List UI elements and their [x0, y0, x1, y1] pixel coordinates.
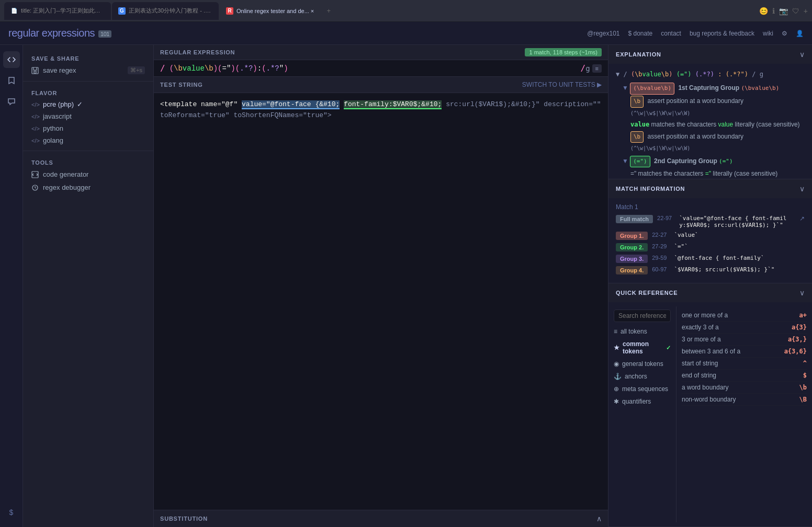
match-pos-g4: 60-97 [652, 266, 667, 272]
regex-token-dotstar2: .*? [266, 64, 279, 73]
regex-token-b1: \b [174, 64, 183, 73]
flavor-golang[interactable]: </> golang [23, 134, 153, 146]
substitution-bar: SUBSTITUTION ∧ [154, 510, 608, 527]
regex-delimiter-right: / [581, 63, 586, 73]
qr-token-6: \b [799, 384, 807, 391]
nav-donate[interactable]: $ donate [628, 30, 653, 37]
qr-desc-4: start of string [682, 360, 718, 367]
new-tab-button[interactable]: + [321, 4, 336, 18]
exp-literal-text: matches the characters [651, 121, 718, 128]
regex-token-paren2: ) [213, 64, 218, 73]
explanation-header[interactable]: EXPLANATION ∨ [608, 45, 812, 64]
exp-anchor1-text: assert position at a word boundary [648, 97, 743, 105]
quick-reference-title: QUICK REFERENCE [616, 290, 678, 296]
exp-badge-group1: (\bvalue\b) [630, 83, 674, 95]
regex-flags[interactable]: g [585, 64, 590, 73]
qr-cat-meta-label: meta sequences [622, 385, 668, 393]
flavor-pcre[interactable]: </> pcre (php) ✓ [23, 98, 153, 110]
tab-3[interactable]: R Online regex tester and de... × [220, 2, 320, 20]
regex-token-b2: \b [205, 64, 213, 73]
divider-1 [23, 81, 153, 82]
sidebar-icon-dollar[interactable]: $ [3, 504, 20, 521]
exp-literal-after: literally (case sensitive) [735, 121, 800, 128]
tab-1[interactable]: 📄 title: 正则入门--学习正则如此有趣 × [4, 2, 111, 20]
nav-at-regex101[interactable]: @regex101 [587, 30, 619, 37]
qr-cat-all-label: all tokens [621, 328, 647, 335]
match-info-title: MATCH INFORMATION [616, 186, 685, 192]
qr-token-3: a{3,6} [784, 348, 807, 355]
test-area: TEST STRING SWITCH TO UNIT TESTS ▶ <temp… [154, 77, 608, 510]
tool-code-generator[interactable]: code generator [23, 168, 153, 181]
flavor-py-icon: </> [31, 125, 40, 132]
test-content[interactable]: <template name="@f" value="@font-face {&… [154, 93, 608, 510]
qr-cat-all-tokens[interactable]: ≡ all tokens [608, 325, 676, 338]
regex-options-button[interactable]: ≡ [592, 64, 602, 73]
regex-delimiter-left: / [160, 63, 165, 73]
divider-2 [23, 151, 153, 151]
header-nav: @regex101 $ donate contact bug reports &… [587, 30, 804, 37]
flavor-python[interactable]: </> python [23, 122, 153, 134]
qr-cat-meta-icon: ⊕ [614, 385, 619, 393]
match-pos-full: 22-97 [657, 215, 672, 221]
substitution-collapse-button[interactable]: ∧ [596, 514, 602, 523]
flavor-pcre-label: pcre (php) [43, 100, 74, 108]
flavor-javascript[interactable]: </> javascript [23, 110, 153, 122]
browser-add-btn[interactable]: + [804, 7, 808, 15]
tool-regex-debugger[interactable]: regex debugger [23, 181, 153, 194]
switch-to-unit-tests-button[interactable]: SWITCH TO UNIT TESTS ▶ [522, 81, 602, 88]
qr-categories: ≡ all tokens ★ common tokens ✓ ◉ general… [608, 306, 676, 522]
match-row-g4: Group 4. 60-97 `$VAR0$; src:url($VAR1$);… [616, 266, 805, 274]
match-copy-full[interactable]: ↗ [799, 215, 805, 222]
nav-bug-reports[interactable]: bug reports & feedback [690, 30, 754, 37]
match-val-g1: `value` [674, 232, 698, 238]
exp-group2-literal-after: literally (case sensitive) [713, 170, 777, 177]
qr-cat-common-check: ✓ [666, 345, 671, 351]
qr-search-input[interactable] [614, 310, 671, 322]
tools-title: TOOLS [23, 155, 153, 168]
exp-anchor2-text: assert position at a word boundary [648, 133, 743, 140]
flavor-go-icon: </> [31, 138, 40, 144]
right-panel: EXPLANATION ∨ ▼ / (\bvalue\b) (=") (.*?)… [608, 45, 812, 527]
qr-desc-6: a word boundary [682, 384, 728, 391]
explanation-title: EXPLANATION [616, 51, 661, 58]
nav-wiki[interactable]: wiki [763, 30, 773, 37]
match-label-g1: Group 1. [616, 232, 648, 240]
save-regex-item[interactable]: save regex ⌘+s [23, 64, 153, 77]
match-info-content: Match 1 Full match 22-97 `value="@font-f… [608, 198, 812, 283]
exp-literal-row: value matches the characters value liter… [616, 119, 805, 130]
sidebar-icon-code[interactable] [3, 51, 20, 68]
regex-token-paren1: ( [170, 64, 174, 73]
match-label-full: Full match [616, 215, 653, 223]
regex-token-quote: " [279, 64, 284, 73]
quick-reference-header[interactable]: QUICK REFERENCE ∨ [608, 283, 812, 302]
save-share-title: SAVE & SHARE [23, 51, 153, 64]
browser-screenshot-btn[interactable]: 📷 [779, 7, 788, 15]
sidebar-icon-comment[interactable] [3, 93, 20, 110]
match-label-g3: Group 3. [616, 255, 648, 263]
match-info-header[interactable]: MATCH INFORMATION ∨ [608, 179, 812, 198]
qr-cat-general-tokens[interactable]: ◉ general tokens [608, 358, 676, 370]
qr-reference-list: one or more of a a+ exactly 3 of a a{3} … [676, 306, 812, 522]
regex-bar-title: REGULAR EXPRESSION [160, 49, 235, 55]
qr-cat-anchors[interactable]: ⚓ anchors [608, 370, 676, 383]
regex-input[interactable]: (\bvalue\b)(=")(.*?):(.*?") [165, 64, 581, 73]
tab-1-label: title: 正则入门--学习正则如此有趣 × [21, 7, 105, 15]
sidebar-icon-bookmark[interactable] [3, 72, 20, 89]
exp-group1-row: ▼ (\bvalue\b) 1st Capturing Group (\bval… [616, 83, 805, 95]
match-row-g3: Group 3. 29-59 `@font-face { font-family… [616, 255, 805, 263]
browser-shield-btn[interactable]: 🛡 [792, 7, 799, 15]
nav-settings-icon[interactable]: ⚙ [782, 30, 787, 37]
nav-contact[interactable]: contact [661, 30, 681, 37]
qr-token-0: a+ [799, 312, 807, 319]
qr-cat-common-label: common tokens [623, 340, 663, 355]
flavor-py-label: python [43, 124, 63, 132]
browser-info-btn[interactable]: ℹ [772, 7, 775, 15]
nav-user-icon[interactable]: 👤 [796, 30, 804, 37]
tool-regex-debugger-label: regex debugger [43, 184, 91, 191]
qr-desc-3: between 3 and 6 of a [682, 348, 740, 355]
qr-cat-quantifiers[interactable]: ✱ quantifiers [608, 395, 676, 408]
qr-cat-common-tokens[interactable]: ★ common tokens ✓ [608, 338, 676, 358]
browser-emoji-btn[interactable]: 😊 [759, 7, 768, 15]
tab-2[interactable]: G 正则表达式30分钟入门教程 - ... × [112, 2, 219, 20]
qr-cat-meta-sequences[interactable]: ⊕ meta sequences [608, 383, 676, 395]
